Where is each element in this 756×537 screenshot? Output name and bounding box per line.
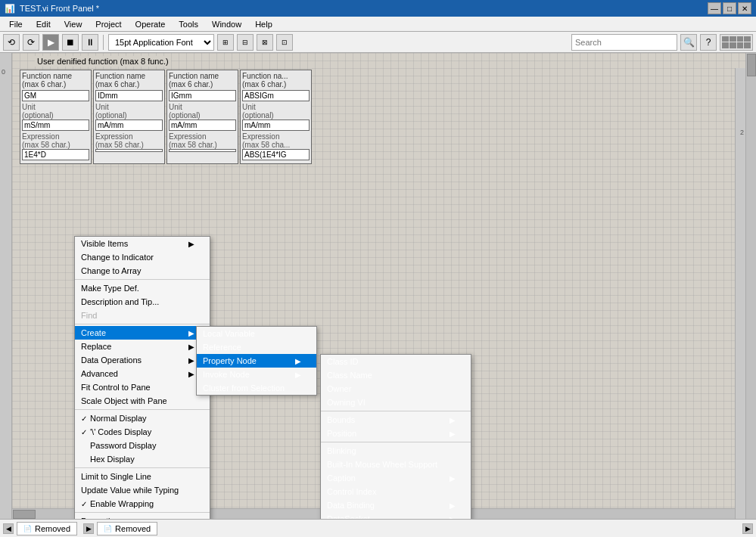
ctx-caption[interactable]: Caption ▶ [321,471,471,485]
close-button[interactable]: ✕ [738,2,751,14]
ctx-replace[interactable]: Replace ▶ [75,340,210,353]
func-unit-value-1[interactable]: mA/mm [95,120,163,131]
func-box-2: Function name(max 6 char.) IGmm Unit(opt… [166,70,238,164]
status-scroll-right[interactable]: ▶ [742,523,753,534]
scroll-right-btn[interactable]: ▶ [83,523,94,534]
ctx-class-id[interactable]: Class ID [321,355,471,368]
ctx-find[interactable]: Find [75,309,210,322]
ctx-data-binding[interactable]: Data Binding ▶ [321,498,471,512]
ctx-invoke-node[interactable]: Invoke Node ▶ [197,368,316,381]
func-value-3[interactable]: ABSIGm [242,90,310,101]
ctx-create[interactable]: Create ▶ Local Variable Reference Proper… [75,326,210,340]
ctx-property-node[interactable]: Property Node ▶ Class ID Class Name Ow [197,354,316,368]
func-title-3: Function na...(max 6 char.) [242,72,310,88]
minimize-button[interactable]: — [708,2,721,14]
ctx-visible-items[interactable]: Visible Items ▶ [75,237,210,250]
func-value-0[interactable]: GM [22,90,89,101]
title-bar-left: 📊 TEST.vi Front Panel * [5,4,99,14]
ctx-data-operations[interactable]: Data Operations ▶ [75,353,210,367]
menu-edit[interactable]: Edit [30,18,57,30]
canvas-area[interactable]: User denified function (max 8 func.) Fun… [12,53,745,519]
maximize-button[interactable]: □ [723,2,736,14]
ctx-control-index[interactable]: Control Index [321,485,471,498]
ctx-owner[interactable]: Owner [321,382,471,396]
func-expr-label-3: Expression(max 58 cha... [242,132,310,149]
menu-tools[interactable]: Tools [173,18,204,30]
ctx-datasocket[interactable]: DataSocket ▶ [321,512,471,519]
menu-view[interactable]: View [58,18,89,30]
back-button[interactable]: ⟲ [3,34,20,51]
h-scrollbar-thumb[interactable] [13,510,36,519]
func-expr-value-2[interactable] [169,149,236,152]
ctx-scale-object[interactable]: Scale Object with Pane [75,394,210,408]
ctx-enable-wrapping[interactable]: ✓ Enable Wrapping [75,497,210,511]
ctx-advanced[interactable]: Advanced ▶ [75,367,210,380]
ctx-change-indicator[interactable]: Change to Indicator [75,250,210,264]
pause-button[interactable]: ⏸ [82,34,98,51]
ctx-make-type[interactable]: Make Type Def. [75,281,210,295]
ctx-update-value[interactable]: Update Value while Typing [75,483,210,497]
menu-help[interactable]: Help [249,18,278,30]
search-button[interactable]: 🔍 [680,34,697,51]
ctx-position[interactable]: Position ▶ [321,427,471,440]
func-value-1[interactable]: IDmm [95,90,163,101]
resize-button[interactable]: ⊠ [257,34,273,51]
main-area: 0 User denified function (max 8 func.) F… [0,53,756,519]
ctx-owning-vi[interactable]: Owning VI [321,396,471,409]
context-menu-level3[interactable]: Class ID Class Name Owner Owning VI [320,354,471,519]
removed-item-2[interactable]: 📄 Removed [97,522,157,535]
ctx-bounds[interactable]: Bounds ▶ [321,413,471,427]
func-unit-label-2: Unit(optional) [169,103,236,120]
scroll-right-area: ▶ 📄 Removed [83,522,157,535]
ctx-sep5 [75,512,210,513]
context-menu-level2[interactable]: Local Variable Reference Property Node ▶… [196,326,317,396]
ctx-limit-single[interactable]: Limit to Single Line [75,470,210,483]
user-label: User denified function (max 8 func.) [35,56,171,67]
func-unit-value-0[interactable]: mS/mm [22,120,89,131]
menu-operate[interactable]: Operate [129,18,172,30]
scroll-left-area: ◀ 📄 Removed [3,522,77,535]
ctx-normal-display[interactable]: ✓ Normal Display [75,411,210,425]
func-unit-value-2[interactable]: mA/mm [169,120,236,131]
ctx-description[interactable]: Description and Tip... [75,295,210,309]
font-selector[interactable]: 15pt Application Font [108,34,214,51]
ctx-blinking[interactable]: Blinking [321,444,471,458]
context-menu-level1[interactable]: Visible Items ▶ Change to Indicator Chan… [74,236,210,519]
func-unit-value-3[interactable]: mA/mm [242,120,310,131]
distribute-button[interactable]: ⊟ [237,34,254,51]
func-title-0: Function name(max 6 char.) [22,72,89,88]
menu-project[interactable]: Project [89,18,127,30]
ctx-built-in-mouse[interactable]: Built-In Mouse Wheel Support [321,458,471,471]
scroll-left-btn[interactable]: ◀ [3,523,14,534]
ctx-reference[interactable]: Reference [197,340,316,354]
forward-button[interactable]: ⟳ [23,34,39,51]
ctx-class-name[interactable]: Class Name [321,368,471,382]
ctx-change-array[interactable]: Change to Array [75,264,210,278]
ctx-hex-display[interactable]: ✓ Hex Display [75,452,210,466]
func-value-2[interactable]: IGmm [169,90,236,101]
stop-button[interactable]: ⏹ [62,34,79,51]
func-expr-value-0[interactable]: 1E4*D [22,149,89,160]
ctx-fit-control[interactable]: Fit Control to Pane [75,380,210,394]
ctx-cluster-selection[interactable]: Cluster from Selection [197,381,316,395]
ctx-properties[interactable]: Properties [75,514,210,519]
help-button[interactable]: ? [700,34,717,51]
window-title: TEST.vi Front Panel * [20,4,99,13]
removed-item-1[interactable]: 📄 Removed [17,522,77,535]
v-scrollbar-thumb[interactable] [747,54,756,76]
func-expr-label-2: Expression(max 58 char.) [169,132,236,149]
menu-file[interactable]: File [3,18,29,30]
run-button[interactable]: ▶ [42,34,59,51]
ctx-l3-sep1 [321,411,471,411]
reorder-button[interactable]: ⊡ [276,34,293,51]
menu-window[interactable]: Window [206,18,247,30]
align-button[interactable]: ⊞ [217,34,234,51]
func-expr-value-3[interactable]: ABS(1E4*IG [242,149,310,160]
grid-view-button[interactable] [720,34,753,51]
ctx-password-display[interactable]: ✓ Password Display [75,439,210,452]
ctx-codes-display[interactable]: ✓ '\' Codes Display [75,425,210,439]
ctx-local-variable[interactable]: Local Variable [197,327,316,340]
func-expr-value-1[interactable] [95,149,163,152]
right-scrollbar[interactable] [745,53,756,519]
search-input[interactable] [571,34,677,51]
